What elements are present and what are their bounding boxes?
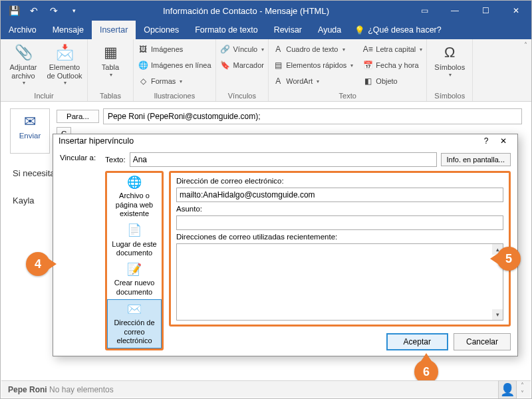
- paperclip-icon: 📎: [13, 42, 34, 63]
- link-to-panel: 🌐Archivo o página web existente 📄Lugar d…: [105, 171, 164, 350]
- tab-revisar[interactable]: Revisar: [266, 21, 310, 39]
- redo-icon[interactable]: ↷: [45, 1, 63, 20]
- images-button[interactable]: 🖼Imágenes: [138, 42, 211, 57]
- people-pane-down-icon[interactable]: ˅: [521, 390, 524, 397]
- text-display-input[interactable]: [130, 152, 437, 167]
- link-label: Vínculo: [233, 45, 258, 53]
- dialog-help-icon[interactable]: ?: [477, 136, 495, 146]
- wordart-label: WordArt: [286, 77, 313, 85]
- table-label: Tabla: [102, 63, 119, 72]
- email-icon: ✉️: [127, 303, 142, 317]
- lt4-label: Dirección de correo electrónico: [109, 319, 160, 345]
- outlook-item-button[interactable]: 📩 Elemento de Outlook▾: [46, 42, 83, 86]
- status-name: Pepe Roni: [8, 385, 47, 394]
- tab-insertar[interactable]: Insertar: [92, 21, 136, 39]
- recent-emails-list[interactable]: ▴ ▾: [176, 243, 503, 321]
- online-images-button[interactable]: 🌐Imágenes en línea: [138, 58, 211, 72]
- group-texto: ACuadro de texto▾ ▤Elementos rápidos▾ AW…: [269, 39, 427, 101]
- ribbon-tabs: Archivo Mensaje Insertar Opciones Format…: [1, 21, 531, 39]
- wordart-button[interactable]: AWordArt▾: [273, 74, 353, 88]
- dialog-titlebar: Insertar hipervínculo ? ✕: [53, 134, 517, 148]
- link-to-place-in-doc[interactable]: 📄Lugar de este documento: [107, 221, 162, 260]
- screen-tip-button[interactable]: Info. en pantalla...: [441, 153, 511, 166]
- save-icon[interactable]: 💾: [5, 1, 23, 20]
- group-texto-label: Texto: [273, 91, 422, 100]
- title-bar: 💾 ↶ ↷ ▾ Información de Contacto - Mensaj…: [1, 1, 531, 21]
- send-button[interactable]: ✉ Enviar: [10, 108, 50, 154]
- callout-4: 4: [26, 252, 50, 276]
- shapes-button[interactable]: ◇Formas▾: [138, 74, 211, 88]
- new-document-icon: 📝: [127, 263, 142, 277]
- dialog-close-icon[interactable]: ✕: [495, 136, 512, 146]
- lightbulb-icon: 💡: [354, 25, 365, 35]
- group-tablas: ▦ Tabla▾ Tablas: [88, 39, 134, 101]
- tab-mensaje[interactable]: Mensaje: [45, 21, 92, 39]
- send-label: Enviar: [12, 132, 48, 140]
- tell-me-label: ¿Qué desea hacer?: [368, 25, 442, 35]
- tab-ayuda[interactable]: Ayuda: [310, 21, 349, 39]
- textbox-button[interactable]: ACuadro de texto▾: [273, 42, 353, 57]
- window-controls: ▭ — ☐ ✕: [409, 1, 531, 21]
- group-ilustraciones: 🖼Imágenes 🌐Imágenes en línea ◇Formas▾ Il…: [134, 39, 216, 101]
- lt1-label: Archivo o página web existente: [108, 192, 160, 218]
- link-button[interactable]: 🔗Vínculo▾: [220, 42, 265, 57]
- object-label: Objeto: [376, 77, 397, 85]
- email-address-input[interactable]: [176, 188, 503, 202]
- table-button[interactable]: ▦ Tabla▾: [92, 42, 129, 78]
- avatar-icon[interactable]: 👤: [498, 380, 517, 399]
- lt3-label: Crear nuevo documento: [108, 279, 160, 296]
- group-incluir: 📎 Adjuntar archivo▾ 📩 Elemento de Outloo…: [1, 39, 88, 101]
- outlook-item-label: Elemento de Outlook: [46, 63, 83, 80]
- bookmark-button[interactable]: 🔖Marcador: [220, 58, 265, 72]
- tab-opciones[interactable]: Opciones: [136, 21, 187, 39]
- undo-icon[interactable]: ↶: [25, 1, 43, 20]
- subject-line-input[interactable]: [176, 215, 503, 230]
- text-display-label: Texto:: [105, 156, 126, 164]
- status-bar: Pepe Roni No hay elementos 👤 ˄ ˅: [1, 380, 531, 398]
- lt2-label: Lugar de este documento: [108, 240, 160, 257]
- collapse-ribbon-icon[interactable]: ˄: [524, 42, 527, 49]
- ribbon: 📎 Adjuntar archivo▾ 📩 Elemento de Outloo…: [1, 39, 531, 102]
- omega-icon: Ω: [439, 42, 460, 63]
- online-image-icon: 🌐: [138, 60, 148, 70]
- maximize-icon[interactable]: ☐: [470, 1, 501, 21]
- link-to-new-doc[interactable]: 📝Crear nuevo documento: [107, 260, 162, 299]
- link-icon: 🔗: [220, 44, 231, 55]
- tell-me-search[interactable]: 💡 ¿Qué desea hacer?: [354, 21, 442, 39]
- to-field[interactable]: [103, 108, 522, 124]
- link-to-email[interactable]: ✉️Dirección de correo electrónico: [107, 299, 162, 348]
- link-to-existing-file[interactable]: 🌐Archivo o página web existente: [107, 173, 162, 221]
- globe-file-icon: 🌐: [127, 176, 142, 190]
- dialog-title: Insertar hipervínculo: [59, 136, 477, 146]
- bookmark-label: Marcador: [233, 61, 264, 69]
- scroll-down-icon[interactable]: ▾: [492, 309, 503, 320]
- people-pane-up-icon[interactable]: ˄: [521, 382, 524, 389]
- cancel-button[interactable]: Cancelar: [454, 333, 511, 350]
- textbox-icon: A: [273, 44, 283, 55]
- images-label: Imágenes: [151, 45, 183, 53]
- group-simbolos-label: Símbolos: [431, 91, 468, 100]
- group-tablas-label: Tablas: [92, 91, 129, 100]
- datetime-label: Fecha y hora: [376, 61, 418, 69]
- symbols-button[interactable]: Ω Símbolos▾: [431, 42, 468, 78]
- tab-formato[interactable]: Formato de texto: [187, 21, 266, 39]
- close-icon[interactable]: ✕: [501, 1, 531, 21]
- attach-file-button[interactable]: 📎 Adjuntar archivo▾: [5, 42, 42, 86]
- quickparts-button[interactable]: ▤Elementos rápidos▾: [273, 58, 353, 72]
- quickparts-label: Elementos rápidos: [286, 61, 346, 69]
- image-icon: 🖼: [138, 44, 148, 55]
- tab-archivo[interactable]: Archivo: [1, 21, 45, 39]
- table-icon: ▦: [100, 42, 121, 63]
- datetime-button[interactable]: 📅Fecha y hora: [362, 58, 422, 72]
- ok-button[interactable]: Aceptar: [386, 333, 448, 350]
- insert-hyperlink-dialog: Insertar hipervínculo ? ✕ Vincular a: Te…: [53, 134, 518, 356]
- to-button[interactable]: Para...: [57, 110, 99, 123]
- dropcap-button[interactable]: A≡Letra capital▾: [362, 42, 422, 57]
- window-title: Información de Contacto - Mensaje (HTML): [83, 6, 409, 16]
- qat-more-icon[interactable]: ▾: [65, 1, 83, 20]
- ribbon-options-icon[interactable]: ▭: [409, 1, 440, 21]
- object-button[interactable]: ◧Objeto: [362, 74, 422, 88]
- quickparts-icon: ▤: [273, 60, 283, 70]
- minimize-icon[interactable]: —: [440, 1, 470, 21]
- send-icon: ✉: [12, 113, 48, 130]
